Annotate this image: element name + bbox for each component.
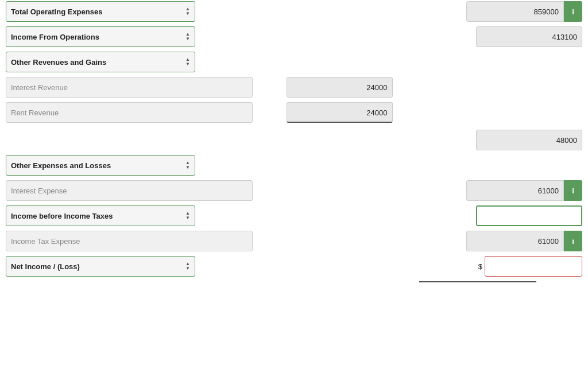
- sort-arrows: ▲ ▼: [185, 7, 190, 16]
- rent-revenue-value: 24000: [287, 102, 393, 123]
- interest-revenue-input[interactable]: Interest Revenue: [6, 77, 253, 98]
- income-before-taxes-input[interactable]: [476, 205, 582, 226]
- sort-arrows-4: ▲ ▼: [185, 161, 190, 170]
- other-expenses-losses-label[interactable]: Other Expenses and Losses ▲ ▼: [6, 155, 195, 176]
- interest-expense-value: 61000: [466, 180, 564, 201]
- income-tax-expense-value: 61000: [466, 231, 564, 251]
- income-from-operations-value: 413100: [476, 26, 582, 47]
- dollar-sign: $: [478, 262, 482, 271]
- interest-expense-input[interactable]: Interest Expense: [6, 180, 253, 201]
- total-operating-expenses-value-group: 859000 i: [466, 1, 582, 22]
- sort-arrows-2: ▲ ▼: [185, 32, 190, 41]
- income-from-operations-label[interactable]: Income From Operations ▲ ▼: [6, 26, 195, 47]
- other-revenues-total-value: 48000: [476, 130, 582, 150]
- income-before-taxes-label[interactable]: Income before Income Taxes ▲ ▼: [6, 205, 195, 226]
- sort-arrows-6: ▲ ▼: [185, 262, 190, 271]
- sort-arrows-5: ▲ ▼: [185, 211, 190, 220]
- total-operating-expenses-value: 859000: [466, 1, 564, 22]
- interest-revenue-value: 24000: [287, 77, 393, 98]
- other-revenues-gains-label[interactable]: Other Revenues and Gains ▲ ▼: [6, 52, 195, 72]
- total-operating-expenses-label[interactable]: Total Operating Expenses ▲ ▼: [6, 1, 195, 22]
- income-tax-expense-info-btn[interactable]: i: [564, 231, 582, 251]
- net-income-loss-label[interactable]: Net Income / (Loss) ▲ ▼: [6, 256, 195, 277]
- interest-expense-info-btn[interactable]: i: [564, 180, 582, 201]
- interest-expense-value-group: 61000 i: [466, 180, 582, 201]
- sort-arrows-3: ▲ ▼: [185, 57, 190, 67]
- net-income-loss-input[interactable]: [485, 256, 582, 277]
- income-tax-expense-input[interactable]: Income Tax Expense: [6, 231, 253, 251]
- bottom-border: [419, 281, 536, 282]
- rent-revenue-input[interactable]: Rent Revenue: [6, 102, 253, 123]
- net-income-loss-field[interactable]: [490, 262, 577, 271]
- income-before-taxes-field[interactable]: [482, 212, 577, 220]
- total-operating-expenses-info-btn[interactable]: i: [564, 1, 582, 22]
- net-income-dollar-row: $: [478, 256, 582, 277]
- income-tax-expense-value-group: 61000 i: [466, 231, 582, 251]
